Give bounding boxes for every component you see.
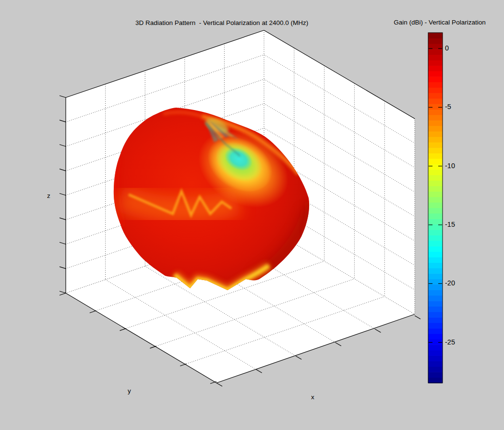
colorbar-band <box>428 49 443 55</box>
z-tick-mark <box>60 169 66 171</box>
colorbar-band <box>428 38 443 44</box>
colorbar-band <box>428 307 443 312</box>
colorbar-band <box>428 202 443 208</box>
colorbar-band <box>428 262 443 268</box>
figure-window: 3D Radiation Pattern - Vertical Polariza… <box>0 0 504 430</box>
colorbar-band <box>428 284 443 290</box>
colorbar-band <box>428 131 443 137</box>
colorbar-band <box>428 153 443 159</box>
colorbar-band <box>428 372 443 378</box>
colorbar-band <box>428 109 443 115</box>
colorbar-tick-label: -15 <box>445 221 455 228</box>
z-tick-mark <box>60 242 66 244</box>
colorbar-tick-label: -10 <box>445 162 455 170</box>
colorbar-band <box>428 147 443 153</box>
colorbar-band <box>428 87 443 93</box>
colorbar-band <box>428 290 443 295</box>
colorbar-band <box>428 159 443 164</box>
colorbar-tick-label: -25 <box>445 338 455 346</box>
colorbar-band <box>428 246 443 252</box>
colorbar-band <box>428 273 443 279</box>
colorbar-band <box>428 241 443 246</box>
x-tick-mark <box>296 356 301 359</box>
colorbar-band <box>428 82 443 88</box>
colorbar-band <box>428 301 443 307</box>
colorbar-band <box>428 186 443 192</box>
colorbar-band <box>428 98 443 104</box>
colorbar-tick-label: 0 <box>445 44 449 52</box>
colorbar-band <box>428 126 443 132</box>
x-tick-mark <box>256 369 262 373</box>
colorbar-band <box>428 164 443 170</box>
colorbar-band <box>428 175 443 181</box>
colorbar-band <box>428 142 443 148</box>
colorbar-band <box>428 344 443 350</box>
colorbar-band <box>428 93 443 98</box>
colorbar-band <box>428 323 443 329</box>
colorbar-band <box>428 367 443 372</box>
colorbar-band <box>428 219 443 224</box>
colorbar-band <box>428 378 443 383</box>
colorbar-band <box>428 361 443 367</box>
colorbar-band <box>428 60 443 66</box>
colorbar-band <box>428 252 443 258</box>
colorbar-band <box>428 104 443 110</box>
colorbar-band <box>428 120 443 126</box>
colorbar-title: Gain (dBi) - Vertical Polarization <box>394 19 485 26</box>
colorbar-band <box>428 55 443 61</box>
colorbar-band <box>428 115 443 121</box>
plot-title: 3D Radiation Pattern - Vertical Polariza… <box>135 19 308 26</box>
colorbar-band <box>428 197 443 203</box>
x-tick-mark <box>375 329 381 332</box>
y-tick-mark <box>120 329 126 331</box>
colorbar-band <box>428 333 443 339</box>
x-tick-mark <box>415 316 420 319</box>
colorbar-band <box>428 33 443 38</box>
x-tick-mark <box>336 343 341 346</box>
colorbar-band <box>428 356 443 361</box>
z-tick-mark <box>60 145 66 147</box>
colorbar-band <box>428 208 443 214</box>
y-axis-label: y <box>128 387 131 394</box>
colorbar-band <box>428 257 443 263</box>
z-tick-mark <box>60 218 66 220</box>
colorbar-tick-label: -5 <box>445 103 451 111</box>
x-tick-mark <box>216 383 222 386</box>
colorbar-band <box>428 339 443 345</box>
colorbar-band <box>428 295 443 301</box>
colorbar-band <box>428 230 443 235</box>
z-tick-mark <box>60 194 66 196</box>
z-axis-label: z <box>47 192 50 199</box>
colorbar-band <box>428 312 443 318</box>
colorbar-band <box>428 170 443 175</box>
colorbar-tick-label: -20 <box>445 279 455 287</box>
colorbar-band <box>428 181 443 186</box>
colorbar-band <box>428 268 443 274</box>
z-tick-mark <box>60 96 66 98</box>
colorbar-band <box>428 213 443 219</box>
x-axis-label: x <box>311 393 314 401</box>
colorbar <box>428 33 443 383</box>
y-tick-mark <box>180 364 186 366</box>
colorbar-band <box>428 235 443 241</box>
plot-canvas-3d-axes[interactable] <box>0 0 504 430</box>
colorbar-band <box>428 65 443 71</box>
z-tick-mark <box>60 267 66 269</box>
y-tick-mark <box>150 346 156 348</box>
colorbar-band <box>428 328 443 334</box>
z-tick-mark <box>60 291 66 293</box>
y-tick-mark <box>90 311 96 313</box>
colorbar-band <box>428 317 443 323</box>
y-tick-mark <box>60 293 66 295</box>
colorbar-band <box>428 136 443 142</box>
colorbar-band <box>428 191 443 197</box>
colorbar-band <box>428 71 443 77</box>
z-tick-mark <box>60 120 66 122</box>
colorbar-band <box>428 350 443 356</box>
colorbar-band <box>428 76 443 82</box>
